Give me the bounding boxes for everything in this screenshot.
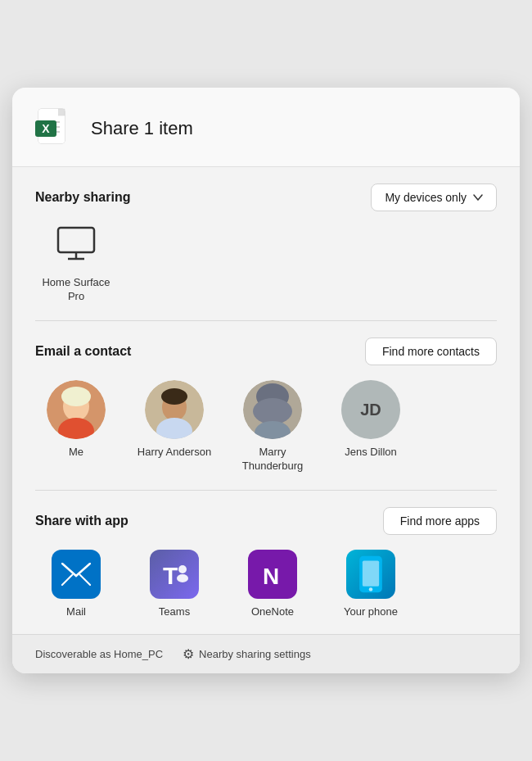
mail-icon (52, 550, 101, 599)
svg-text:T: T (163, 562, 178, 589)
contact-name-jd: Jens Dillon (345, 446, 397, 460)
find-more-apps-button[interactable]: Find more apps (383, 507, 497, 535)
app-mail[interactable]: Mail (35, 550, 117, 618)
nearby-sharing-section: Nearby sharing My devices only Home (12, 167, 520, 320)
onenote-icon: N (248, 550, 297, 599)
contacts-row: Me Harry Anderson (35, 380, 497, 473)
contact-name-marry: Marry Thunderburg (232, 446, 313, 473)
dialog-title: Share 1 item (91, 118, 193, 139)
email-contact-title: Email a contact (35, 344, 131, 359)
svg-text:N: N (263, 564, 279, 589)
main-content: Nearby sharing My devices only Home (12, 167, 520, 634)
app-name-onenote: OneNote (251, 605, 294, 618)
contact-jd[interactable]: JD Jens Dillon (330, 380, 412, 460)
svg-rect-32 (363, 560, 379, 586)
nearby-sharing-header: Nearby sharing My devices only (35, 183, 497, 211)
chevron-down-icon (473, 194, 483, 201)
app-name-phone: Your phone (344, 605, 398, 618)
nearby-sharing-settings-button[interactable]: ⚙ Nearby sharing settings (183, 646, 311, 662)
contact-harry[interactable]: Harry Anderson (133, 380, 215, 460)
app-onenote[interactable]: N OneNote (232, 550, 313, 618)
device-item[interactable]: Home Surface Pro (35, 226, 117, 304)
device-name: Home Surface Pro (35, 276, 117, 304)
contact-marry[interactable]: Marry Thunderburg (232, 380, 313, 473)
nearby-sharing-title: Nearby sharing (35, 190, 130, 205)
dialog-header: X Share 1 item (12, 88, 520, 167)
svg-text:X: X (42, 122, 50, 135)
svg-point-29 (177, 574, 188, 582)
svg-point-17 (161, 388, 187, 405)
email-contact-section: Email a contact Find more contacts (12, 321, 520, 490)
share-with-app-header: Share with app Find more apps (35, 507, 497, 535)
monitor-icon (56, 226, 96, 270)
svg-point-33 (369, 587, 373, 591)
gear-icon: ⚙ (183, 646, 194, 662)
file-icon: X (35, 107, 78, 150)
avatar-jd: JD (341, 380, 400, 439)
share-with-app-section: Share with app Find more apps (12, 491, 520, 634)
svg-point-22 (253, 398, 292, 424)
app-name-teams: Teams (159, 605, 190, 618)
contact-name-harry: Harry Anderson (138, 446, 211, 460)
avatar-me (47, 380, 106, 439)
svg-point-28 (178, 565, 187, 573)
nearby-sharing-dropdown[interactable]: My devices only (371, 183, 497, 211)
teams-icon: T (150, 550, 199, 599)
dialog-footer: Discoverable as Home_PC ⚙ Nearby sharing… (12, 634, 520, 673)
discoverable-text: Discoverable as Home_PC (35, 648, 163, 660)
app-phone[interactable]: Your phone (330, 550, 412, 618)
app-name-mail: Mail (66, 605, 86, 618)
settings-label: Nearby sharing settings (199, 648, 311, 660)
avatar-harry (145, 380, 204, 439)
find-more-contacts-button[interactable]: Find more contacts (365, 337, 497, 365)
apps-row: Mail T Teams (35, 550, 497, 618)
svg-rect-8 (58, 228, 94, 252)
email-contact-header: Email a contact Find more contacts (35, 337, 497, 365)
share-dialog: X Share 1 item Nearby sharing My devices… (12, 88, 520, 673)
svg-point-13 (61, 387, 91, 406)
avatar-marry (243, 380, 302, 439)
share-with-app-title: Share with app (35, 514, 128, 528)
contact-name-me: Me (69, 446, 83, 460)
app-teams[interactable]: T Teams (133, 550, 215, 618)
contact-me[interactable]: Me (35, 380, 117, 460)
phone-icon (346, 550, 395, 599)
